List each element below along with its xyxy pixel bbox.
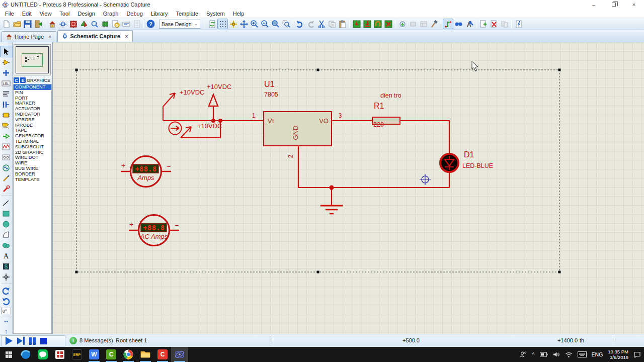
new-project-icon[interactable]: [1, 19, 12, 29]
design-selector-dropdown[interactable]: Base Design ⌄: [159, 20, 200, 29]
exchange-parts-icon[interactable]: [499, 19, 510, 29]
graph-mode-icon[interactable]: [1, 141, 12, 152]
tab-home-page[interactable]: Home Page ×: [2, 31, 56, 42]
junction-dot-mode-icon[interactable]: [1, 67, 12, 78]
search-tag-icon[interactable]: [453, 19, 464, 29]
people-icon[interactable]: [520, 351, 527, 358]
origin-icon[interactable]: [228, 19, 238, 29]
2d-line-icon[interactable]: [1, 198, 12, 208]
dc-generator-symbol[interactable]: [169, 122, 182, 135]
dc-ammeter[interactable]: +88.8 Amps + −: [121, 156, 171, 187]
tab-schematic-capture[interactable]: Schematic Capture ×: [57, 30, 133, 42]
undo-icon[interactable]: [295, 19, 305, 29]
make-device-icon[interactable]: [408, 19, 418, 29]
project-notes-icon[interactable]: [131, 19, 142, 29]
wire-label-mode-icon[interactable]: LBL: [1, 78, 12, 88]
list-item-tape[interactable]: TAPE: [14, 128, 51, 133]
rotate-clockwise-icon[interactable]: [1, 286, 12, 296]
menu-graph[interactable]: Graph: [99, 11, 123, 17]
list-item-marker[interactable]: MARKER: [14, 101, 51, 106]
block-delete-icon[interactable]: [383, 19, 393, 29]
schematic-canvas[interactable]: VI VO GND U1 7805 1 3 2 dien tro R1 220: [53, 42, 644, 334]
2d-arc-icon[interactable]: [1, 229, 12, 240]
pick-parts-icon[interactable]: [397, 19, 408, 29]
taskbar-clock[interactable]: 10:35 PM3/6/2019: [608, 349, 628, 360]
edit-devices-button[interactable]: E: [20, 77, 26, 83]
ac-ammeter[interactable]: +88.8 AC Amps + −: [129, 215, 179, 246]
2d-marker-icon[interactable]: [1, 272, 12, 282]
minimize-button[interactable]: –: [584, 0, 604, 9]
taskbar-tiles-app-button[interactable]: [51, 347, 68, 362]
cut-icon[interactable]: [316, 19, 327, 29]
toggle-grid-icon[interactable]: [217, 19, 228, 29]
gerber-viewer-icon[interactable]: [89, 19, 100, 29]
speaker-icon[interactable]: [553, 351, 560, 357]
2d-path-icon[interactable]: [1, 240, 12, 250]
property-assignment-icon[interactable]: A: [464, 19, 474, 29]
language-indicator[interactable]: ENG: [592, 351, 603, 357]
rotation-angle-field[interactable]: 0°: [1, 308, 11, 314]
terminals-mode-icon[interactable]: [1, 120, 12, 131]
d1-led[interactable]: [440, 154, 458, 172]
tape-recorder-mode-icon[interactable]: [1, 152, 12, 162]
list-item-generator[interactable]: GENERATOR: [14, 133, 51, 139]
menu-system[interactable]: System: [202, 11, 229, 17]
subcircuit-mode-icon[interactable]: [1, 110, 12, 120]
start-button[interactable]: [0, 347, 17, 362]
menu-design[interactable]: Design: [74, 11, 99, 17]
list-item-component[interactable]: COMPONENT: [14, 84, 51, 90]
pan-view-icon[interactable]: [238, 19, 249, 29]
battery-icon[interactable]: [540, 352, 548, 357]
list-item-indicator[interactable]: INDICATOR: [14, 112, 51, 117]
power-terminal[interactable]: [209, 95, 218, 106]
taskbar-erp-button[interactable]: ERP: [68, 347, 86, 362]
home-page-icon[interactable]: [47, 19, 57, 29]
electrical-rule-check-icon[interactable]: [513, 19, 524, 29]
new-root-sheet-icon[interactable]: [478, 19, 489, 29]
wifi-icon[interactable]: [565, 352, 573, 357]
packaging-tool-icon[interactable]: [418, 19, 429, 29]
menu-view[interactable]: View: [36, 11, 56, 17]
open-project-icon[interactable]: [12, 19, 22, 29]
3d-visualizer-icon[interactable]: [78, 19, 89, 29]
keyboard-icon[interactable]: [578, 351, 587, 357]
generator-mode-icon[interactable]: [1, 162, 12, 173]
close-project-icon[interactable]: [33, 19, 43, 29]
block-rotate-icon[interactable]: [372, 19, 383, 29]
pcb-layout-icon[interactable]: [68, 19, 78, 29]
menu-help[interactable]: Help: [229, 11, 249, 17]
menu-library[interactable]: Library: [147, 11, 172, 17]
list-item-iprobe[interactable]: IPROBE: [14, 123, 51, 128]
overview-window[interactable]: [14, 44, 51, 75]
list-item-pin[interactable]: PIN: [14, 90, 51, 96]
tray-chevron-icon[interactable]: ^: [532, 351, 534, 357]
taskbar-red-c-button[interactable]: C: [154, 347, 171, 362]
zoom-area-icon[interactable]: [281, 19, 291, 29]
pick-devices-button[interactable]: C: [14, 77, 19, 83]
u1-regulator[interactable]: VI VO GND: [264, 112, 332, 146]
action-center-icon[interactable]: [633, 351, 641, 358]
bill-of-materials-icon[interactable]: $: [110, 19, 121, 29]
list-item-2d-graphic[interactable]: 2D GRAPHIC: [14, 150, 51, 155]
list-item-bus-wire[interactable]: BUS WIRE: [14, 166, 51, 171]
stop-button[interactable]: [40, 338, 47, 344]
message-indicator[interactable]: i: [69, 337, 77, 344]
zoom-out-icon[interactable]: [260, 19, 270, 29]
tab-close-icon[interactable]: ×: [125, 33, 128, 39]
selection-mode-icon[interactable]: [1, 46, 12, 57]
menu-file[interactable]: File: [1, 11, 18, 17]
2d-box-icon[interactable]: [1, 208, 12, 219]
2d-circle-icon[interactable]: [1, 219, 12, 229]
zoom-in-icon[interactable]: [249, 19, 260, 29]
text-script-mode-icon[interactable]: [1, 88, 12, 99]
2d-text-icon[interactable]: A: [1, 250, 12, 261]
list-item-wire-dot[interactable]: WIRE DOT: [14, 155, 51, 160]
menu-template[interactable]: Template: [172, 11, 202, 17]
pause-button[interactable]: [29, 337, 36, 345]
list-item-subcircuit[interactable]: SUBCIRCUIT: [14, 144, 51, 150]
list-item-vprobe[interactable]: VPROBE: [14, 117, 51, 123]
taskbar-line-button[interactable]: [34, 347, 51, 362]
menu-debug[interactable]: Debug: [122, 11, 146, 17]
block-copy-icon[interactable]: [351, 19, 362, 29]
taskbar-proteus-button[interactable]: [171, 347, 188, 362]
